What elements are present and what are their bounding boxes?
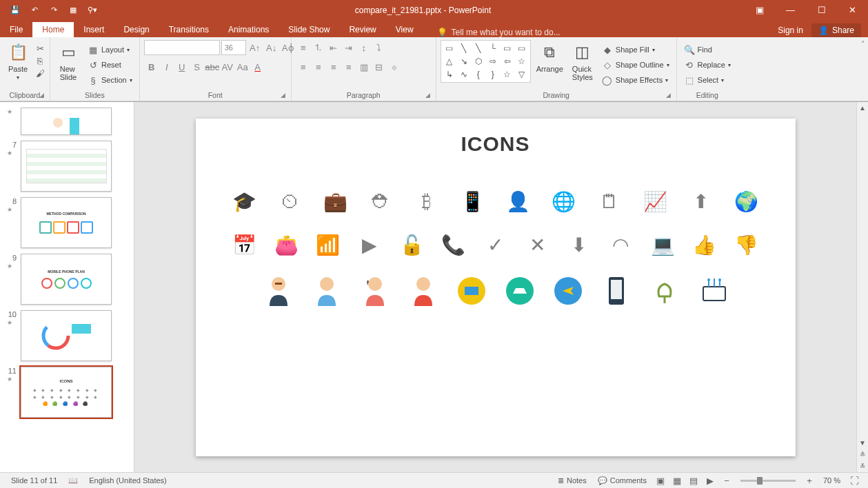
thumb-9[interactable]: 9★ MOBILE PHONE PLAN (0, 251, 134, 307)
zoom-in-icon[interactable]: + (801, 473, 818, 489)
close-icon[interactable]: ✕ (837, 0, 868, 20)
spellcheck-icon[interactable]: 📖 (63, 473, 83, 489)
text-direction-icon[interactable]: ⤵ (372, 40, 387, 55)
font-size-combo[interactable]: 36 (221, 40, 246, 55)
notes-button[interactable]: ≣ Notes (552, 473, 592, 489)
wallet-icon[interactable]: 👛 (269, 234, 303, 256)
reset-button[interactable]: ↺Reset (85, 58, 135, 72)
person-male-icon[interactable] (313, 277, 341, 305)
thumbs-up-icon[interactable]: 👍 (687, 234, 722, 256)
decrease-indent-icon[interactable]: ⇤ (326, 40, 341, 55)
share-button[interactable]: 👤 Share (811, 23, 861, 37)
phone-icon[interactable]: 📞 (436, 234, 471, 256)
case-icon[interactable]: Aa (235, 59, 250, 74)
tab-slideshow[interactable]: Slide Show (279, 22, 339, 37)
section-button[interactable]: §Section▾ (85, 73, 135, 87)
tab-design[interactable]: Design (114, 22, 159, 37)
align-right-icon[interactable]: ≡ (326, 59, 341, 74)
line-spacing-icon[interactable]: ↕ (356, 40, 372, 55)
numbering-icon[interactable]: ⒈ (311, 40, 326, 55)
ship-circle-icon[interactable] (506, 277, 534, 305)
language-status[interactable]: English (United States) (83, 473, 172, 489)
decrease-font-icon[interactable]: A↓ (264, 40, 279, 55)
increase-font-icon[interactable]: A↑ (248, 40, 263, 55)
font-name-combo[interactable] (144, 40, 220, 55)
align-center-icon[interactable]: ≡ (311, 59, 326, 74)
layout-button[interactable]: ▦Layout▾ (85, 43, 135, 57)
ribbon-options-icon[interactable]: ▣ (744, 0, 775, 20)
scroll-down-icon[interactable]: ▼ (857, 437, 868, 449)
paste-button[interactable]: 📋 Paste ▾ (4, 40, 32, 82)
underline-icon[interactable]: U (174, 59, 190, 74)
bitcoin-icon[interactable]: ₿ (410, 190, 444, 213)
normal-view-icon[interactable]: ▣ (652, 473, 669, 489)
dashboard-icon[interactable]: ⏲ (273, 190, 307, 213)
minimize-icon[interactable]: — (775, 0, 806, 20)
prev-slide-icon[interactable]: ≙ (857, 449, 868, 460)
cut-icon[interactable]: ✂ (34, 43, 46, 54)
calendar-icon[interactable]: 📅 (228, 234, 262, 256)
undo-icon[interactable]: ↶ (25, 2, 44, 19)
gauge-icon[interactable]: ◠ (603, 234, 638, 256)
phone-device-icon[interactable] (603, 277, 630, 305)
world-icon[interactable]: 🌍 (729, 190, 763, 213)
person-child-icon[interactable] (410, 277, 437, 305)
copy-icon[interactable]: ⎘ (34, 55, 46, 66)
tell-me-search[interactable]: 💡 Tell me what you want to do... (437, 28, 561, 37)
tab-view[interactable]: View (386, 22, 423, 37)
new-slide-button[interactable]: ▭ New Slide (54, 40, 82, 83)
globe-icon[interactable]: 🌐 (547, 190, 581, 213)
train-circle-icon[interactable] (458, 277, 485, 305)
justify-icon[interactable]: ≡ (341, 59, 356, 74)
slide-title[interactable]: ICONS (223, 132, 768, 156)
zoom-slider[interactable] (740, 480, 796, 482)
tech-monitor-icon[interactable] (699, 277, 727, 305)
select-button[interactable]: ⬚Select▾ (681, 73, 734, 87)
check-icon[interactable]: ✓ (478, 234, 512, 256)
spacing-icon[interactable]: AV (220, 59, 235, 74)
align-left-icon[interactable]: ≡ (296, 59, 311, 74)
arrange-button[interactable]: ⧉ Arrange (534, 40, 566, 74)
scroll-up-icon[interactable]: ▲ (857, 102, 868, 114)
download-icon[interactable]: ⬇ (562, 234, 596, 256)
zoom-out-icon[interactable]: − (718, 473, 735, 489)
redo-icon[interactable]: ↷ (44, 2, 63, 19)
video-icon[interactable]: ▶ (352, 234, 387, 256)
unlock-icon[interactable]: 🔓 (394, 234, 429, 256)
shadow-icon[interactable]: S (190, 59, 205, 74)
font-color-icon[interactable]: A (250, 59, 265, 74)
tab-file[interactable]: File (0, 22, 32, 37)
tab-transitions[interactable]: Transitions (159, 22, 219, 37)
comments-button[interactable]: 💬 Comments (592, 473, 652, 489)
slide-canvas[interactable]: ICONS 🎓 ⏲ 💼 ⛑ ₿ 📱 👤 🌐 🗒 📈 ⬆ 🌍 📅 👛 📶 ▶ (134, 102, 856, 472)
tab-animations[interactable]: Animations (219, 22, 279, 37)
thumb-8[interactable]: 8★ METHOD COMPARISON (0, 194, 134, 251)
zoom-level[interactable]: 70 % (818, 473, 846, 489)
briefcase-icon[interactable]: 💼 (319, 190, 353, 213)
tab-home[interactable]: Home (32, 22, 74, 37)
tree-icon[interactable] (651, 277, 678, 305)
maximize-icon[interactable]: ☐ (806, 0, 837, 20)
quick-styles-button[interactable]: ◫ Quick Styles (569, 40, 596, 83)
person-female-icon[interactable] (361, 277, 389, 305)
sorter-view-icon[interactable]: ▦ (669, 473, 685, 489)
smartphone-icon[interactable]: 📱 (455, 190, 489, 213)
vertical-scrollbar[interactable]: ▲ ▼ ≙ ≚ (856, 102, 868, 472)
bullets-icon[interactable]: ≡ (296, 40, 311, 55)
qat-more-icon[interactable]: ⚲▾ (83, 2, 102, 19)
strike-icon[interactable]: abc (205, 59, 220, 74)
tab-insert[interactable]: Insert (74, 22, 114, 37)
slide-counter[interactable]: Slide 11 of 11 (6, 473, 63, 489)
start-from-beginning-icon[interactable]: ▦ (63, 2, 83, 19)
add-user-icon[interactable]: 👤 (501, 190, 536, 213)
italic-icon[interactable]: I (159, 59, 174, 74)
find-button[interactable]: 🔍Find (681, 43, 734, 57)
align-text-icon[interactable]: ⊟ (372, 59, 387, 74)
shapes-gallery[interactable]: ▭╲╲└▭▭ △↘⬡⇨⇦☆ ↳∿{}☆▽ (441, 40, 531, 83)
smartart-icon[interactable]: ⟐ (387, 59, 402, 74)
save-icon[interactable]: 💾 (6, 2, 25, 19)
tab-review[interactable]: Review (339, 22, 385, 37)
notepad-icon[interactable]: 🗒 (592, 190, 627, 213)
sign-in-link[interactable]: Sign in (778, 26, 803, 35)
chart-line-icon[interactable]: 📈 (638, 190, 672, 213)
